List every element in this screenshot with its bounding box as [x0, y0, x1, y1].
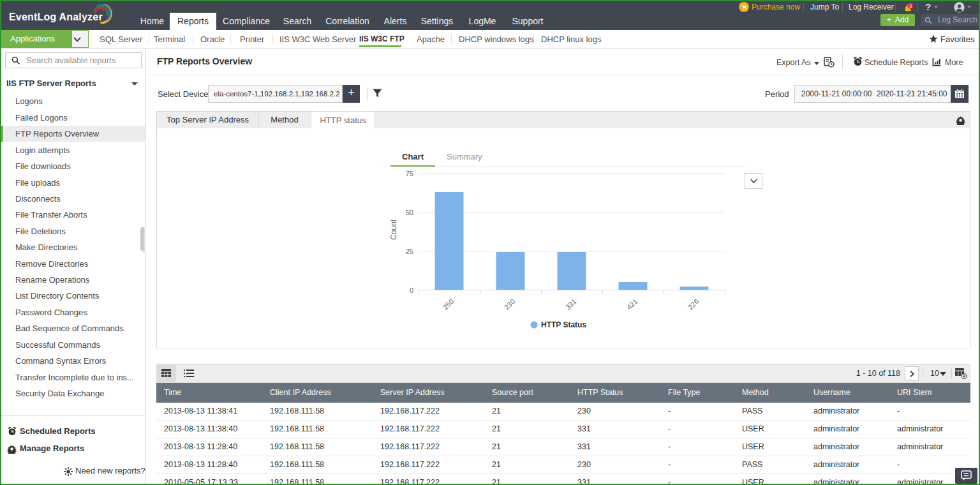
svg-text:75: 75 [406, 170, 413, 177]
svg-text:230: 230 [503, 297, 516, 311]
svg-text:Count: Count [389, 219, 398, 240]
svg-text:421: 421 [625, 297, 639, 311]
svg-text:331: 331 [564, 297, 577, 311]
svg-text:25: 25 [406, 248, 413, 255]
svg-text:0: 0 [410, 287, 413, 294]
svg-text:50: 50 [406, 209, 413, 216]
svg-text:3: 3 [909, 3, 912, 9]
svg-text:HTTP Status: HTTP Status [541, 320, 586, 329]
svg-text:250: 250 [442, 297, 455, 311]
svg-text:226: 226 [687, 297, 700, 311]
